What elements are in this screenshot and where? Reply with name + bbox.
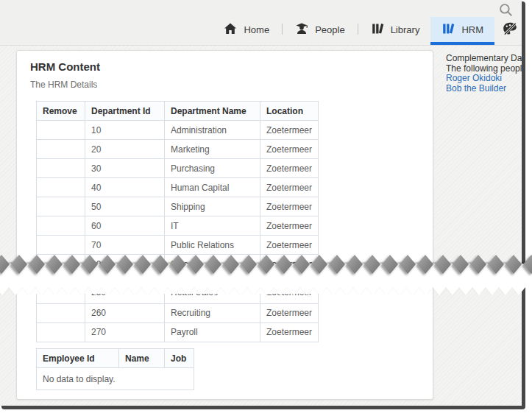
column-header: Department Name — [165, 102, 260, 121]
nav-divider — [358, 24, 358, 35]
tab-people[interactable]: People — [284, 17, 355, 45]
table-cell: Administration — [165, 121, 260, 140]
table-cell: Recruiting — [165, 303, 260, 322]
person-link-bob-the-builder[interactable]: Bob the Builder — [446, 84, 522, 94]
column-header: Job — [165, 349, 194, 368]
column-header: Location — [260, 102, 319, 121]
nav-divider — [282, 24, 283, 35]
table-cell: Marketing — [165, 140, 260, 159]
library-icon — [371, 22, 384, 38]
table-cell — [37, 322, 85, 342]
table-cell: 40 — [85, 178, 165, 197]
complementary-heading: Complementary Data — [446, 54, 522, 64]
person-link-roger-okidoki[interactable]: Roger Okidoki — [446, 74, 522, 84]
topbar: Home People Libra — [0, 0, 522, 46]
table-row: 260RecruitingZoetermeer — [37, 303, 319, 322]
page-title: HRM Content — [30, 60, 433, 73]
table-cell: Zoetermeer — [260, 255, 319, 274]
table-cell: Zoetermeer — [260, 121, 319, 140]
table-cell — [37, 178, 85, 197]
table-cell — [37, 294, 85, 303]
table-cell — [37, 159, 85, 178]
table-header-row: RemoveDepartment IdDepartment NameLocati… — [37, 102, 319, 121]
table-cell: 80 — [85, 255, 165, 274]
complementary-panel: Complementary Data The following people … — [446, 54, 522, 94]
table-cell — [37, 140, 85, 159]
departments-table: RemoveDepartment IdDepartment NameLocati… — [36, 101, 319, 274]
table-cell: 60 — [85, 216, 165, 236]
table-cell — [37, 303, 85, 322]
table-row: No data to display. — [37, 368, 194, 390]
tab-home[interactable]: Home — [213, 17, 280, 45]
table-row: 70Public RelationsZoetermeer — [37, 236, 319, 255]
table-cell: 250 — [85, 294, 165, 303]
table-cell: 270 — [85, 322, 165, 342]
tab-hrm[interactable]: HRM — [430, 17, 494, 45]
page-subtitle: The HRM Details — [30, 80, 433, 90]
column-header: Department Id — [85, 102, 165, 121]
screenshot-border-right — [522, 1, 525, 408]
tab-library[interactable]: Library — [360, 17, 431, 45]
table-cell: Purchasing — [165, 159, 260, 178]
table-cell: Payroll — [165, 322, 260, 342]
paint-palette-icon — [502, 21, 518, 39]
table-cell: Shipping — [165, 197, 260, 216]
column-header: Employee Id — [37, 349, 119, 368]
table-row: 30PurchasingZoetermeer — [37, 159, 319, 178]
tab-label: HRM — [461, 24, 483, 35]
table-cell: Zoetermeer — [260, 197, 319, 216]
search-icon[interactable] — [498, 2, 513, 17]
complementary-subheading: The following people — [446, 64, 522, 74]
table-cell: Zoetermeer — [260, 178, 319, 197]
table-cell: Zoetermeer — [260, 159, 319, 178]
home-icon — [224, 22, 237, 38]
tab-theme[interactable] — [494, 17, 518, 45]
employees-table: Employee IdNameJob No data to display. — [36, 348, 194, 390]
table-header-row: Employee IdNameJob — [37, 349, 194, 368]
table-row: 40Human CapitalZoetermeer — [37, 178, 319, 197]
column-header: Remove — [37, 102, 85, 121]
table-cell: 10 — [85, 121, 165, 140]
tab-label: Home — [244, 24, 269, 35]
table-cell — [37, 197, 85, 216]
tab-label: Library — [391, 24, 420, 35]
table-cell: Human Capital — [165, 178, 260, 197]
table-cell: Retail Sales — [165, 294, 260, 303]
tab-label: People — [315, 24, 344, 35]
hrm-content-panel: HRM Content The HRM Details RemoveDepart… — [16, 50, 433, 400]
table-cell: 30 — [85, 159, 165, 178]
table-cell: 260 — [85, 303, 165, 322]
main-nav: Home People Libra — [213, 17, 518, 45]
table-cell — [37, 255, 85, 274]
table-row: 270PayrollZoetermeer — [37, 322, 319, 342]
table-cell: Sales — [165, 255, 260, 274]
table-cell: Public Relations — [165, 236, 260, 255]
table-cell: Zoetermeer — [260, 294, 319, 303]
table-cell — [37, 216, 85, 236]
table-row: 60ITZoetermeer — [37, 216, 319, 236]
table-cell: 20 — [85, 140, 165, 159]
table-cell: Zoetermeer — [260, 322, 319, 342]
table-row: 80SalesZoetermeer — [37, 255, 319, 274]
column-header: Name — [119, 349, 165, 368]
table-row: 50ShippingZoetermeer — [37, 197, 319, 216]
table-cell: Zoetermeer — [260, 140, 319, 159]
departments-table-bottom: 250 Retail Sales Zoetermeer 260Recruitin… — [36, 294, 319, 342]
library-icon — [441, 22, 455, 38]
table-cell: 50 — [85, 197, 165, 216]
table-cell — [37, 236, 85, 255]
table-row: 10AdministrationZoetermeer — [37, 121, 319, 140]
table-row: 20MarketingZoetermeer — [37, 140, 319, 159]
table-cell: Zoetermeer — [260, 303, 319, 322]
people-icon — [295, 22, 308, 38]
table-cell — [37, 121, 85, 140]
empty-table-message: No data to display. — [37, 368, 194, 390]
table-cell: Zoetermeer — [260, 236, 319, 255]
table-cell: 70 — [85, 236, 165, 255]
table-cell: IT — [165, 216, 260, 236]
table-cell: Zoetermeer — [260, 216, 319, 236]
table-row-partial: 250 Retail Sales Zoetermeer — [37, 294, 319, 303]
screenshot-border-bottom — [1, 406, 525, 409]
